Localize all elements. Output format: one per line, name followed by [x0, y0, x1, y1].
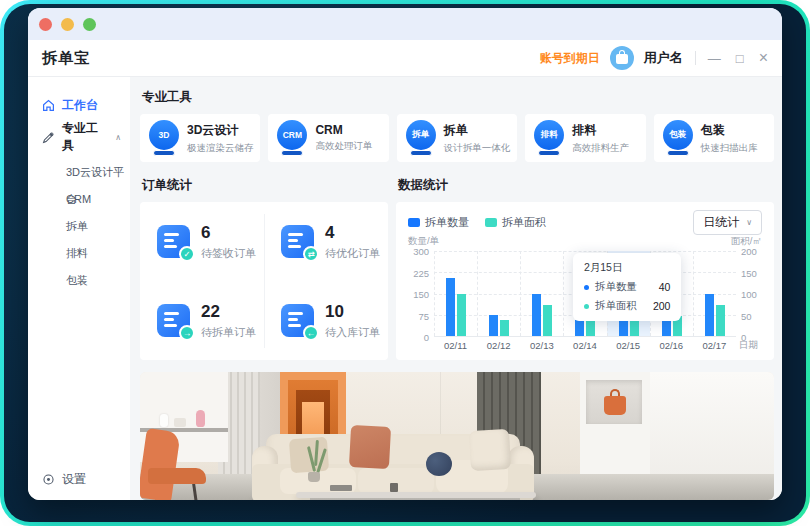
axis-tick: 225 [413, 267, 429, 278]
x-axis-label: 02/14 [563, 340, 606, 351]
crm-icon: CRM [277, 120, 307, 156]
sidebar-item-split-order[interactable]: 拆单 [28, 213, 130, 240]
sidebar-group-tools[interactable]: 专业工具 ∧ [28, 127, 130, 147]
x-axis-title: 日期 [736, 339, 762, 352]
chart-bar [543, 305, 552, 336]
tool-card-title: 拆单 [444, 122, 511, 139]
close-traffic-light[interactable] [39, 18, 52, 31]
stat-value: 4 [325, 223, 380, 243]
tooltip-value: 40 [643, 281, 671, 293]
arrow-right-badge-icon: → [179, 325, 195, 341]
sidebar-item-packing[interactable]: 包装 [28, 267, 130, 294]
data-section-title: 数据统计 [398, 177, 774, 194]
app-title: 拆单宝 [42, 49, 90, 68]
nesting-icon: 排料 [534, 120, 564, 156]
user-avatar[interactable] [610, 46, 634, 70]
chart-tooltip: 2月15日 拆单数量 40 拆单面积 20 [573, 253, 682, 321]
tool-card-subtitle: 快速扫描出库 [701, 142, 758, 155]
chart-category-slot [693, 251, 736, 336]
legend-swatch-blue [408, 218, 420, 227]
tools-section-title: 专业工具 [142, 89, 774, 106]
chart-bar [446, 278, 455, 336]
legend-item-area[interactable]: 拆单面积 [485, 215, 546, 230]
legend-swatch-teal [485, 218, 497, 227]
x-axis-labels: 02/1102/1202/1302/1402/1502/1602/17 [434, 340, 736, 351]
stat-pending-sign[interactable]: ✓ 6 待签收订单 [140, 202, 264, 281]
3d-cloud-design-icon: 3D [149, 120, 179, 156]
sidebar: 工作台 专业工具 ∧ 3D云设计平台 CRM 拆单 排料 包装 设置 [28, 77, 130, 500]
username[interactable]: 用户名 [644, 49, 683, 67]
zoom-traffic-light[interactable] [83, 18, 96, 31]
order-doc-icon: ← [281, 304, 314, 337]
x-axis-label: 02/17 [693, 340, 736, 351]
stat-label: 待优化订单 [325, 246, 380, 261]
packing-icon: 包装 [663, 120, 693, 156]
header-divider [695, 51, 696, 65]
order-doc-icon: ✓ [157, 225, 190, 258]
x-axis-label: 02/12 [477, 340, 520, 351]
minimize-traffic-light[interactable] [61, 18, 74, 31]
tool-cards-row: 3D 3D云设计 极速渲染云储存 CRM CRM 高效处理订单 [140, 114, 774, 162]
tooltip-title: 2月15日 [584, 261, 671, 275]
maximize-button[interactable]: □ [736, 51, 744, 66]
tool-card-split-order[interactable]: 拆单 拆单 设计拆单一体化 [397, 114, 517, 162]
chart-plot: 2月15日 拆单数量 40 拆单面积 20 [434, 251, 736, 337]
chart-category-slot [434, 251, 477, 336]
order-stats-card: ✓ 6 待签收订单 ⇄ 4 [140, 202, 388, 360]
axis-tick: 200 [741, 246, 757, 257]
sidebar-item-crm[interactable]: CRM [28, 186, 130, 213]
tooltip-value: 200 [637, 300, 671, 312]
axis-tick: 150 [413, 289, 429, 300]
tool-card-packing[interactable]: 包装 包装 快速扫描出库 [654, 114, 774, 162]
x-axis-label: 02/16 [650, 340, 693, 351]
gear-icon [42, 473, 55, 486]
chart-legend: 拆单数量 拆单面积 [408, 215, 546, 230]
tool-card-crm[interactable]: CRM CRM 高效处理订单 [268, 114, 388, 162]
sidebar-item-settings[interactable]: 设置 [42, 471, 86, 488]
stat-value: 22 [201, 302, 256, 322]
close-button[interactable]: × [759, 49, 768, 67]
tool-card-title: 排料 [572, 122, 629, 139]
stat-value: 6 [201, 223, 256, 243]
tooltip-dot-blue [584, 285, 589, 290]
sidebar-item-3d-cloud-design[interactable]: 3D云设计平台 [28, 159, 130, 186]
tool-card-subtitle: 高效排料生产 [572, 142, 629, 155]
chart-bar [457, 294, 466, 337]
axis-tick: 0 [424, 332, 429, 343]
stat-label: 待签收订单 [201, 246, 256, 261]
x-axis-label: 02/11 [434, 340, 477, 351]
sidebar-item-workbench[interactable]: 工作台 [28, 95, 130, 115]
axis-tick: 50 [741, 310, 752, 321]
traffic-light-strip [28, 8, 782, 40]
chart-bar [532, 294, 541, 337]
hero-photo [140, 372, 774, 500]
period-selector-dropdown[interactable]: 日统计 ∨ [693, 210, 762, 235]
stat-pending-optimize[interactable]: ⇄ 4 待优化订单 [264, 202, 388, 281]
app-header: 拆单宝 账号到期日 用户名 — □ × [28, 40, 782, 77]
stat-label: 待入库订单 [325, 325, 380, 340]
stat-pending-split[interactable]: → 22 待拆单订单 [140, 281, 264, 360]
minimize-button[interactable]: — [708, 51, 721, 66]
order-doc-icon: → [157, 304, 190, 337]
axis-tick: 150 [741, 267, 757, 278]
sidebar-item-nesting[interactable]: 排料 [28, 240, 130, 267]
stat-label: 待拆单订单 [201, 325, 256, 340]
right-ticks: 200150100500 [736, 251, 762, 337]
legend-item-quantity[interactable]: 拆单数量 [408, 215, 469, 230]
chevron-up-icon: ∧ [115, 133, 121, 142]
tool-card-nesting[interactable]: 排料 排料 高效排料生产 [525, 114, 645, 162]
chart-category-slot [520, 251, 563, 336]
home-icon [42, 99, 55, 112]
chart-bar [705, 294, 714, 337]
axis-tick: 75 [418, 310, 429, 321]
tool-card-subtitle: 设计拆单一体化 [444, 142, 511, 155]
stat-pending-inbound[interactable]: ← 10 待入库订单 [264, 281, 388, 360]
order-doc-icon: ⇄ [281, 225, 314, 258]
chart-bar [500, 320, 509, 336]
chart-bar [716, 305, 725, 336]
tool-card-subtitle: 高效处理订单 [315, 140, 372, 153]
tool-card-3d-cloud-design[interactable]: 3D 3D云设计 极速渲染云储存 [140, 114, 260, 162]
account-expiry-link[interactable]: 账号到期日 [540, 50, 600, 67]
orders-section-title: 订单统计 [142, 177, 388, 194]
axis-tick: 100 [741, 289, 757, 300]
